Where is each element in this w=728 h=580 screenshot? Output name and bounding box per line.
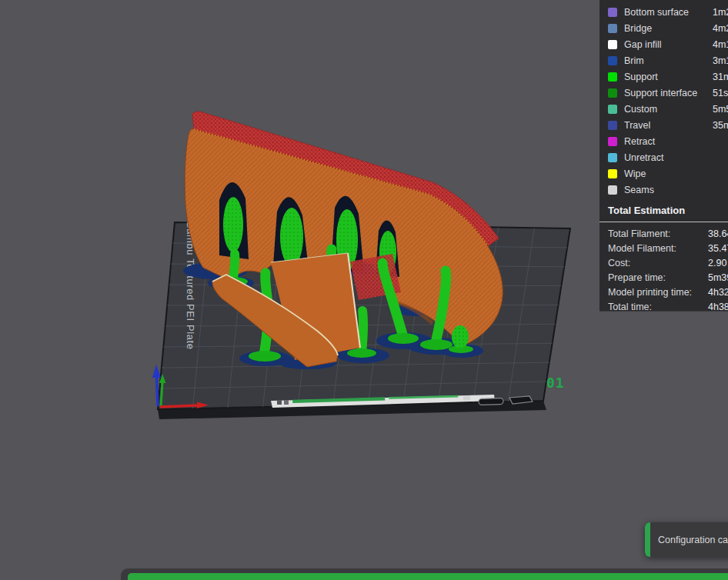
legend-item-label: Bridge	[624, 23, 706, 34]
legend-item-time: 4m12	[713, 39, 728, 50]
legend-color-swatch	[608, 56, 617, 65]
legend-item-support-interface[interactable]: Support interface 51s	[608, 85, 728, 101]
estimation-label: Cost:	[608, 258, 708, 268]
legend-color-swatch	[608, 169, 617, 178]
estimation-row-total-time: Total time: 4h38m	[608, 299, 728, 314]
estimation-value: 4h32m	[708, 287, 728, 298]
total-estimation-title: Total Estimation	[608, 205, 728, 219]
legend-item-bottom-surface[interactable]: Bottom surface 1m27	[608, 4, 728, 20]
app-window: Bambu Textured PEI Plate	[0, 0, 728, 580]
legend-item-label: Bottom surface	[624, 7, 706, 18]
estimation-label: Model Filament:	[608, 243, 708, 254]
legend-item-time: 5m55	[713, 104, 728, 115]
legend-item-time: 4m25	[713, 23, 728, 34]
notification-toast[interactable]: Configuration ca	[645, 522, 728, 557]
legend-color-swatch	[608, 185, 617, 195]
legend-item-time: 51s	[713, 88, 728, 98]
estimation-label: Total Filament:	[608, 228, 708, 239]
legend-item-label: Wipe	[624, 168, 706, 179]
legend-item-label: Support interface	[624, 88, 706, 98]
legend-color-swatch	[608, 72, 617, 82]
estimation-row-total-filament: Total Filament: 38.64	[608, 226, 728, 241]
estimation-value: 35.47	[708, 243, 728, 254]
legend-item-unretract[interactable]: Unretract	[608, 149, 728, 165]
legend-item-label: Unretract	[624, 152, 706, 163]
legend-color-swatch	[608, 24, 617, 33]
estimation-row-cost: Cost: 2.90	[608, 255, 728, 270]
estimation-value: 5m39	[708, 272, 728, 283]
notification-text: Configuration ca	[645, 535, 728, 545]
estimation-row-model-printing-time: Model printing time: 4h32m	[608, 285, 728, 299]
estimation-value: 4h38m	[708, 302, 728, 312]
legend-item-custom[interactable]: Custom 5m55	[608, 101, 728, 117]
estimation-value: 38.64	[708, 228, 728, 239]
estimation-divider	[599, 222, 728, 222]
legend-color-swatch	[608, 40, 617, 49]
legend-item-time: 35m1	[713, 120, 728, 131]
plate-number-label: 01	[546, 375, 565, 391]
estimation-row-prepare-time: Prepare time: 5m39	[608, 270, 728, 285]
legend-color-swatch	[608, 137, 617, 146]
legend-item-seams[interactable]: Seams	[608, 182, 728, 198]
legend-item-label: Custom	[624, 104, 706, 115]
legend-color-swatch	[608, 88, 617, 98]
legend-item-label: Support	[624, 72, 706, 82]
legend-color-swatch	[608, 8, 617, 17]
legend-item-label: Gap infill	[624, 39, 706, 50]
legend-item-label: Travel	[624, 120, 706, 131]
toast-accent-bar	[645, 522, 650, 557]
legend-item-label: Brim	[624, 55, 706, 66]
estimation-row-model-filament: Model Filament: 35.47	[608, 241, 728, 255]
legend-item-wipe[interactable]: Wipe	[608, 165, 728, 182]
legend-item-gap-infill[interactable]: Gap infill 4m12	[608, 36, 728, 52]
legend-item-time: 31m1	[713, 72, 728, 82]
preview-legend-panel: Bottom surface 1m27 Bridge 4m25 Gap infi…	[599, 0, 728, 312]
legend-item-retract[interactable]: Retract	[608, 133, 728, 149]
estimation-value: 2.90	[708, 258, 726, 268]
legend-item-label: Retract	[624, 136, 706, 147]
estimation-label: Model printing time:	[608, 287, 708, 298]
legend-item-label: Seams	[624, 185, 706, 195]
layer-slider-fill[interactable]	[128, 573, 728, 580]
legend-item-time: 3m16	[713, 55, 728, 66]
legend-item-support[interactable]: Support 31m1	[608, 68, 728, 85]
legend-color-swatch	[608, 153, 617, 162]
estimation-label: Prepare time:	[608, 272, 708, 283]
legend-color-swatch	[608, 121, 617, 130]
legend-item-time: 1m27	[713, 7, 728, 18]
legend-item-bridge[interactable]: Bridge 4m25	[608, 20, 728, 36]
legend-item-brim[interactable]: Brim 3m16	[608, 52, 728, 68]
legend-item-travel[interactable]: Travel 35m1	[608, 117, 728, 133]
estimation-label: Total time:	[608, 302, 708, 312]
legend-color-swatch	[608, 105, 617, 114]
